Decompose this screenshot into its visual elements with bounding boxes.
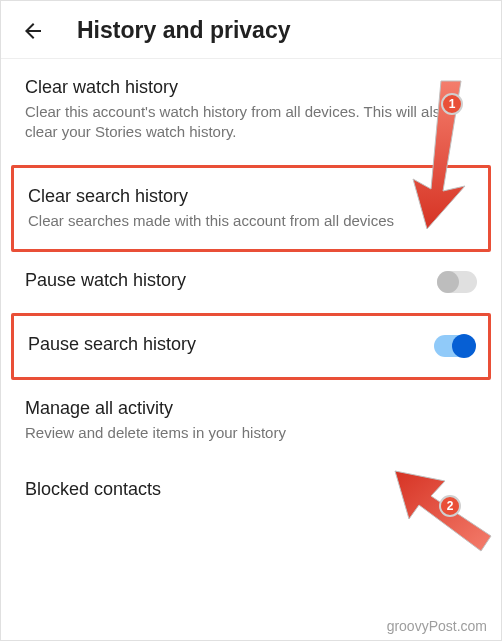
item-title: Manage all activity [25, 398, 477, 419]
pause-watch-history-item[interactable]: Pause watch history [1, 252, 501, 313]
item-title: Pause search history [28, 334, 196, 355]
pause-search-history-item[interactable]: Pause search history [14, 316, 488, 377]
annotation-highlight-1: Clear search history Clear searches made… [11, 165, 491, 252]
annotation-highlight-2: Pause search history [11, 313, 491, 380]
clear-watch-history-item[interactable]: Clear watch history Clear this account's… [1, 59, 501, 161]
header: History and privacy [1, 1, 501, 59]
watermark-text: groovyPost.com [387, 618, 487, 634]
item-title: Clear search history [28, 186, 474, 207]
manage-all-activity-item[interactable]: Manage all activity Review and delete it… [1, 380, 501, 461]
item-subtitle: Review and delete items in your history [25, 423, 477, 443]
pause-search-toggle[interactable] [434, 335, 474, 357]
item-title: Pause watch history [25, 270, 186, 291]
item-title: Blocked contacts [25, 479, 477, 500]
item-subtitle: Clear this account's watch history from … [25, 102, 477, 143]
item-title: Clear watch history [25, 77, 477, 98]
item-subtitle: Clear searches made with this account fr… [28, 211, 474, 231]
clear-search-history-item[interactable]: Clear search history Clear searches made… [14, 168, 488, 249]
pause-watch-toggle[interactable] [437, 271, 477, 293]
blocked-contacts-item[interactable]: Blocked contacts [1, 461, 501, 512]
page-title: History and privacy [77, 17, 290, 44]
back-arrow-icon[interactable] [21, 19, 45, 43]
settings-list: Clear watch history Clear this account's… [1, 59, 501, 512]
